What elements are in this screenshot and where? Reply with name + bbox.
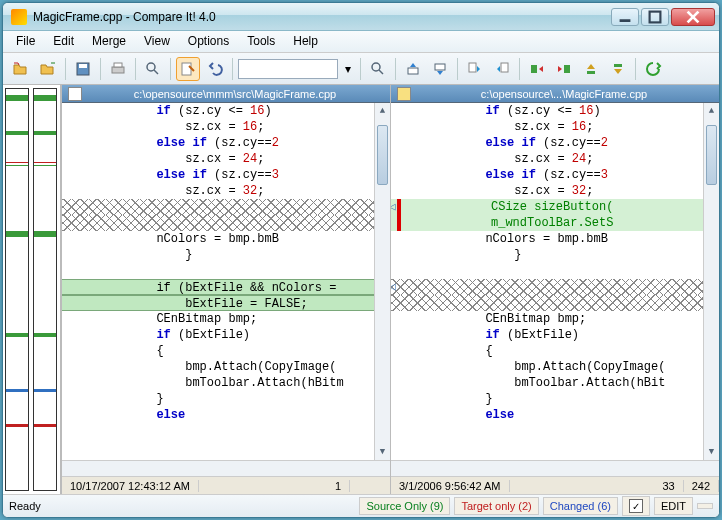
scroll-thumb[interactable] (377, 125, 388, 185)
menu-options[interactable]: Options (179, 31, 238, 52)
left-line: 1 (327, 480, 350, 492)
right-date: 3/1/2006 9:56:42 AM (391, 480, 510, 492)
svg-line-9 (154, 70, 158, 74)
titlebar[interactable]: MagicFrame.cpp - Compare It! 4.0 (3, 3, 719, 31)
toolbar: ▾ (3, 53, 719, 85)
open-right-icon[interactable] (36, 57, 60, 81)
export-up-icon[interactable] (401, 57, 425, 81)
svg-rect-6 (112, 67, 124, 73)
left-file-path: c:\opensource\mmm\src\MagicFrame.cpp (86, 88, 384, 100)
svg-rect-7 (114, 63, 122, 67)
save-icon[interactable] (71, 57, 95, 81)
status-checkbox[interactable]: ✓ (622, 496, 650, 516)
refresh-icon[interactable] (641, 57, 665, 81)
svg-point-12 (372, 63, 380, 71)
left-hscroll[interactable] (62, 460, 390, 476)
svg-rect-1 (650, 11, 661, 22)
right-file-path: c:\opensource\...\MagicFrame.cpp (415, 88, 713, 100)
right-line: 33 (654, 480, 683, 492)
svg-rect-15 (435, 64, 445, 70)
app-window: MagicFrame.cpp - Compare It! 4.0 File Ed… (2, 2, 720, 518)
merge-right-icon[interactable] (525, 57, 549, 81)
right-hscroll[interactable] (391, 460, 719, 476)
right-vscroll[interactable]: ▲ ▼ (703, 103, 719, 460)
menubar: File Edit Merge View Options Tools Help (3, 31, 719, 53)
left-pane: c:\opensource\mmm\src\MagicFrame.cpp if … (61, 85, 390, 494)
menu-edit[interactable]: Edit (44, 31, 83, 52)
menu-view[interactable]: View (135, 31, 179, 52)
svg-rect-14 (408, 68, 418, 74)
file-icon (68, 87, 82, 101)
svg-rect-18 (587, 71, 595, 74)
right-total: 242 (684, 480, 719, 492)
right-pane: c:\opensource\...\MagicFrame.cpp if (sz.… (390, 85, 719, 494)
status-changed[interactable]: Changed (6) (543, 497, 618, 515)
maximize-button[interactable] (641, 8, 669, 26)
left-date: 10/17/2007 12:43:12 AM (62, 480, 199, 492)
prev-diff-icon[interactable] (579, 57, 603, 81)
svg-rect-16 (469, 63, 476, 72)
menu-tools[interactable]: Tools (238, 31, 284, 52)
open-left-icon[interactable] (9, 57, 33, 81)
svg-line-13 (379, 70, 383, 74)
left-vscroll[interactable]: ▲ ▼ (374, 103, 390, 460)
goto-icon[interactable] (366, 57, 390, 81)
search-dropdown-icon[interactable]: ▾ (341, 57, 355, 81)
print-icon[interactable] (106, 57, 130, 81)
svg-rect-10 (182, 63, 191, 75)
next-diff-icon[interactable] (606, 57, 630, 81)
close-button[interactable] (671, 8, 715, 26)
undo-icon[interactable] (203, 57, 227, 81)
svg-rect-19 (614, 64, 622, 67)
overview-right[interactable] (33, 88, 57, 491)
page-left-icon[interactable] (463, 57, 487, 81)
left-pane-header: c:\opensource\mmm\src\MagicFrame.cpp (62, 85, 390, 103)
overview-left[interactable] (5, 88, 29, 491)
export-down-icon[interactable] (428, 57, 452, 81)
resize-grip[interactable] (697, 503, 713, 509)
svg-rect-5 (79, 64, 87, 68)
menu-merge[interactable]: Merge (83, 31, 135, 52)
status-ready: Ready (9, 500, 41, 512)
left-pane-status: 10/17/2007 12:43:12 AM 1 (62, 476, 390, 494)
find-icon[interactable] (141, 57, 165, 81)
svg-point-8 (147, 63, 155, 71)
left-code[interactable]: if (sz.cy <= 16) sz.cx = 16; else if (sz… (62, 103, 390, 460)
merge-left-icon[interactable] (552, 57, 576, 81)
right-pane-header: c:\opensource\...\MagicFrame.cpp (391, 85, 719, 103)
file-icon (397, 87, 411, 101)
page-right-icon[interactable] (490, 57, 514, 81)
svg-rect-17 (501, 63, 508, 72)
window-title: MagicFrame.cpp - Compare It! 4.0 (33, 10, 611, 24)
status-edit: EDIT (654, 497, 693, 515)
app-icon (11, 9, 27, 25)
menu-file[interactable]: File (7, 31, 44, 52)
statusbar: Ready Source Only (9) Target only (2) Ch… (3, 495, 719, 517)
minimize-button[interactable] (611, 8, 639, 26)
status-source-only[interactable]: Source Only (9) (359, 497, 450, 515)
right-pane-status: 3/1/2006 9:56:42 AM 33 242 (391, 476, 719, 494)
search-input[interactable] (238, 59, 338, 79)
status-target-only[interactable]: Target only (2) (454, 497, 538, 515)
overview-strip[interactable] (3, 85, 61, 494)
edit-mode-icon[interactable] (176, 57, 200, 81)
scroll-thumb[interactable] (706, 125, 717, 185)
right-code[interactable]: if (sz.cy <= 16) sz.cx = 16; else if (sz… (391, 103, 719, 460)
workspace: c:\opensource\mmm\src\MagicFrame.cpp if … (3, 85, 719, 495)
menu-help[interactable]: Help (284, 31, 327, 52)
